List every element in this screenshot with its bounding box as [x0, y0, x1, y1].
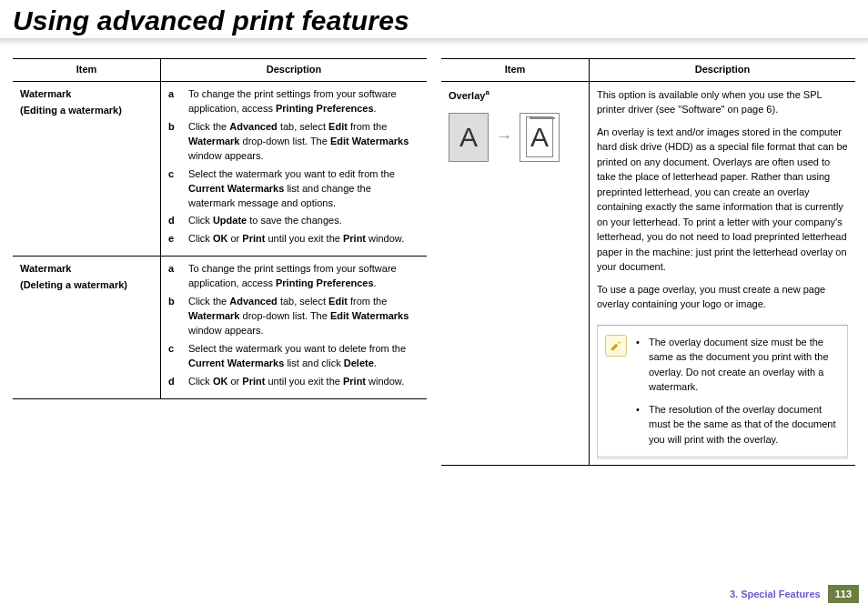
table-row: Watermark(Deleting a watermark)aTo chang…	[13, 257, 427, 399]
bullet-icon: •	[636, 402, 641, 448]
step-text: To change the print settings from your s…	[188, 262, 419, 291]
step-marker: c	[168, 342, 179, 371]
item-title: Watermark	[20, 88, 71, 99]
step-text: To change the print settings from your s…	[188, 87, 419, 116]
page-title: Using advanced print features	[13, 5, 855, 36]
overlay-para: This option is available only when you u…	[597, 87, 848, 117]
item-title: Overlaya	[449, 90, 490, 101]
step-marker: a	[168, 262, 179, 291]
list-item: cSelect the watermark you want to edit f…	[168, 167, 419, 211]
item-subtitle: (Editing a watermark)	[20, 104, 153, 118]
list-item: •The overlay document size must be the s…	[636, 335, 838, 395]
note-text: The resolution of the overlay document m…	[649, 402, 838, 448]
step-text: Click the Advanced tab, select Edit from…	[188, 120, 419, 164]
col-header-item: Item	[13, 59, 161, 82]
step-marker: d	[168, 214, 179, 228]
list-item: aTo change the print settings from your …	[168, 87, 419, 116]
col-header-desc: Description	[590, 59, 856, 82]
step-text: Click the Advanced tab, select Edit from…	[188, 295, 419, 338]
col-header-item: Item	[441, 59, 590, 82]
note-text: The overlay document size must be the sa…	[649, 335, 838, 395]
step-marker: c	[168, 167, 179, 211]
list-item: dClick Update to save the changes.	[168, 214, 419, 228]
overlay-para: An overlay is text and/or images stored …	[597, 125, 848, 275]
bullet-icon: •	[636, 335, 641, 395]
overlay-thumb-result: A	[520, 113, 560, 162]
left-table: Item Description Watermark(Editing a wat…	[13, 58, 427, 399]
col-header-desc: Description	[161, 59, 428, 82]
list-item: •The resolution of the overlay document …	[636, 402, 838, 448]
note-icon	[605, 335, 627, 357]
list-item: aTo change the print settings from your …	[168, 262, 419, 291]
step-text: Select the watermark you want to delete …	[188, 342, 419, 371]
page-number: 113	[828, 585, 859, 603]
page-footer: 3. Special Features 113	[730, 585, 859, 603]
step-text: Click OK or Print until you exit the Pri…	[188, 375, 404, 389]
list-item: cSelect the watermark you want to delete…	[168, 342, 419, 371]
table-row: Watermark(Editing a watermark)aTo change…	[13, 81, 427, 256]
overlay-para: To use a page overlay, you must create a…	[597, 282, 848, 312]
list-item: bClick the Advanced tab, select Edit fro…	[168, 295, 419, 338]
step-marker: b	[168, 120, 179, 164]
step-marker: e	[168, 232, 179, 247]
chapter-label: 3. Special Features	[730, 589, 821, 599]
step-marker: a	[168, 87, 179, 116]
step-text: Select the watermark you want to edit fr…	[188, 167, 419, 211]
list-item: dClick OK or Print until you exit the Pr…	[168, 375, 419, 389]
arrow-icon: →	[496, 125, 512, 148]
title-divider	[0, 38, 868, 45]
overlay-thumb-plain: A	[449, 113, 489, 162]
step-text: Click OK or Print until you exit the Pri…	[188, 232, 404, 247]
table-row: Overlaya A → A This option is available …	[441, 81, 855, 466]
note-box: •The overlay document size must be the s…	[597, 325, 848, 460]
list-item: bClick the Advanced tab, select Edit fro…	[168, 120, 419, 164]
list-item: eClick OK or Print until you exit the Pr…	[168, 232, 419, 247]
step-marker: b	[168, 295, 179, 338]
right-table: Item Description Overlaya A → A	[441, 58, 855, 466]
overlay-diagram: A → A	[449, 113, 581, 162]
item-title: Watermark	[20, 263, 71, 274]
step-text: Click Update to save the changes.	[188, 214, 342, 228]
item-subtitle: (Deleting a watermark)	[20, 278, 153, 293]
step-marker: d	[168, 375, 179, 389]
